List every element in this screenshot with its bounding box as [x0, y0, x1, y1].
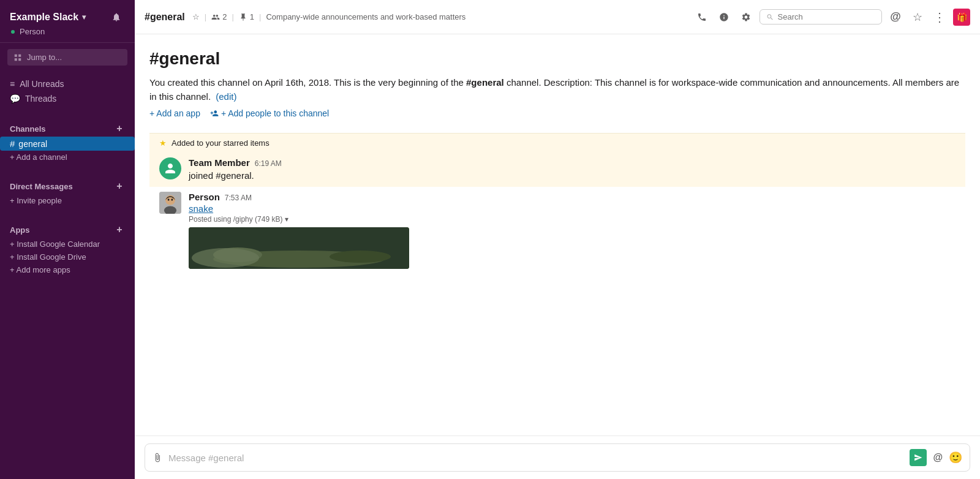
messages-list: ★ Added to your starred items Team Membe… — [149, 133, 965, 436]
apps-header: Apps + — [0, 217, 135, 238]
main-area: #general ☆ | 2 | 1 | Company-wide announ… — [135, 0, 980, 479]
members-count-item[interactable]: 2 — [211, 12, 227, 21]
message-meta: Posted using /giphy (749 kB) ▾ — [189, 215, 956, 224]
workspace-chevron: ▾ — [82, 13, 86, 21]
apps-section: Apps + + Install Google Calendar + Insta… — [0, 212, 135, 281]
person-author[interactable]: Person — [189, 192, 220, 202]
username: Person — [20, 27, 45, 36]
svg-rect-3 — [18, 58, 21, 61]
search-box[interactable] — [760, 9, 882, 25]
add-people-button[interactable]: + Add people to this channel — [210, 108, 329, 118]
channels-label: Channels — [10, 124, 46, 134]
gift-button[interactable]: 🎁 — [953, 9, 970, 26]
message-group-person: Person 7:53 AM snake Posted using /giphy… — [149, 187, 965, 274]
team-member-time: 6:19 AM — [255, 159, 282, 168]
header-meta: ☆ | 2 | 1 | Company-wide announcements a… — [192, 12, 466, 21]
star-button[interactable]: ☆ — [909, 9, 926, 26]
bell-button[interactable] — [108, 9, 125, 26]
team-member-author[interactable]: Team Member — [189, 157, 250, 168]
divider1: | — [205, 12, 206, 21]
attach-button[interactable] — [153, 453, 162, 462]
message-group-team-member: Team Member 6:19 AM joined #general. — [149, 153, 965, 187]
team-member-header: Team Member 6:19 AM — [189, 157, 956, 168]
dm-section: Direct Messages + + Invite people — [0, 168, 135, 212]
svg-rect-1 — [18, 54, 21, 56]
add-app-button[interactable]: + Add an app — [149, 108, 200, 118]
giphy-image — [189, 227, 409, 269]
person-time: 7:53 AM — [225, 194, 252, 202]
edit-link[interactable]: (edit) — [216, 91, 236, 102]
phone-button[interactable] — [693, 9, 710, 26]
apps-label: Apps — [10, 225, 30, 235]
all-unreads-item[interactable]: ≡ All Unreads — [0, 77, 135, 91]
channel-name: general — [18, 139, 47, 149]
content-area: #general You created this channel on Apr… — [135, 34, 980, 436]
channel-hash-icon: # — [10, 138, 15, 149]
team-member-avatar — [159, 157, 181, 179]
add-dm-icon[interactable]: + — [114, 181, 125, 192]
workspace-name[interactable]: Example Slack ▾ — [10, 12, 86, 23]
divider3: | — [259, 12, 261, 21]
at-input-button[interactable]: @ — [933, 452, 943, 463]
install-google-drive-label: + Install Google Drive — [10, 252, 86, 262]
search-icon — [766, 13, 774, 21]
avatar-circle — [159, 157, 181, 179]
info-button[interactable] — [715, 9, 733, 26]
svg-point-7 — [168, 198, 170, 201]
team-member-content: Team Member 6:19 AM joined #general. — [189, 157, 956, 182]
install-google-calendar-link[interactable]: + Install Google Calendar — [0, 238, 135, 251]
message-input-box[interactable]: @ 🙂 — [145, 443, 970, 472]
svg-point-13 — [192, 248, 259, 268]
starred-notice: ★ Added to your starred items — [149, 133, 965, 153]
pinned-count-item[interactable]: 1 — [239, 12, 254, 21]
channel-description-header: Company-wide announcements and work-base… — [266, 12, 466, 21]
jump-to-label: Jump to... — [27, 53, 62, 62]
at-button[interactable]: @ — [887, 9, 904, 26]
unreads-icon: ≡ — [10, 79, 15, 89]
starred-notice-text: Added to your starred items — [172, 138, 270, 148]
message-input[interactable] — [168, 453, 903, 463]
invite-people-link[interactable]: + Invite people — [0, 194, 135, 207]
add-more-apps-link[interactable]: + Add more apps — [0, 263, 135, 276]
user-status: Person — [10, 27, 125, 36]
sidebar: Example Slack ▾ Person Jump to... ≡ All … — [0, 0, 135, 479]
channel-name-bold: #general — [466, 77, 504, 88]
threads-label: Threads — [25, 94, 56, 104]
threads-icon: 💬 — [10, 94, 20, 104]
add-app-icon[interactable]: + — [114, 224, 125, 235]
members-icon — [211, 13, 220, 21]
emoji-input-button[interactable]: 🙂 — [949, 451, 962, 464]
message-input-area: @ 🙂 — [135, 436, 980, 479]
invite-people-label: + Invite people — [10, 196, 62, 205]
search-input[interactable] — [778, 12, 875, 21]
install-google-drive-link[interactable]: + Install Google Drive — [0, 251, 135, 263]
team-member-text: joined #general. — [189, 170, 254, 181]
star-notice-icon: ★ — [159, 138, 167, 148]
pin-icon — [239, 13, 247, 21]
status-dot — [10, 29, 16, 35]
dm-header: Direct Messages + — [0, 173, 135, 194]
send-button[interactable] — [910, 449, 927, 466]
all-unreads-label: All Unreads — [20, 79, 64, 89]
jump-to-button[interactable]: Jump to... — [7, 49, 127, 66]
add-channel-link[interactable]: + Add a channel — [0, 151, 135, 164]
install-google-calendar-label: + Install Google Calendar — [10, 240, 100, 249]
divider2: | — [232, 12, 233, 21]
settings-button[interactable] — [737, 9, 755, 26]
channel-item-general[interactable]: # general — [0, 137, 135, 151]
add-person-icon — [210, 109, 219, 118]
channel-description: You created this channel on April 16th, … — [149, 76, 965, 104]
add-channel-icon[interactable]: + — [114, 123, 125, 134]
dropdown-arrow[interactable]: ▾ — [285, 215, 288, 224]
sidebar-header: Example Slack ▾ Person — [0, 0, 135, 43]
channels-header: Channels + — [0, 116, 135, 137]
svg-rect-2 — [15, 58, 17, 61]
add-app-label: + Add an app — [149, 108, 200, 118]
svg-rect-0 — [15, 54, 17, 56]
workspace-title: Example Slack — [10, 12, 78, 23]
more-button[interactable]: ⋮ — [931, 9, 948, 26]
threads-item[interactable]: 💬 Threads — [0, 91, 135, 106]
snake-link[interactable]: snake — [189, 203, 956, 214]
person-header: Person 7:53 AM — [189, 192, 956, 202]
star-icon[interactable]: ☆ — [192, 12, 200, 21]
